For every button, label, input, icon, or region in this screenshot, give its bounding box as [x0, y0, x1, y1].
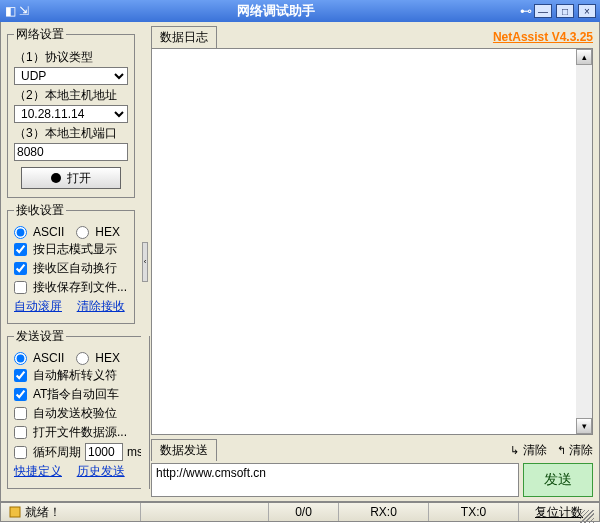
- auto-escape-checkbox[interactable]: [14, 369, 27, 382]
- window-title: 网络调试助手: [32, 2, 520, 20]
- recv-ascii-radio[interactable]: [14, 226, 27, 239]
- title-bar: ◧ ⇲ 网络调试助手 ⊷ — □ ×: [0, 0, 600, 22]
- recv-settings-legend: 接收设置: [14, 202, 66, 219]
- log-tab[interactable]: 数据日志: [151, 26, 217, 48]
- svg-rect-0: [10, 507, 20, 517]
- host-select[interactable]: 10.28.11.14: [14, 105, 128, 123]
- at-echo-checkbox[interactable]: [14, 388, 27, 401]
- send-tab[interactable]: 数据发送: [151, 439, 217, 461]
- protocol-select[interactable]: UDP: [14, 67, 128, 85]
- splitter[interactable]: ‹: [141, 22, 149, 501]
- scroll-down-icon[interactable]: ▾: [576, 418, 592, 434]
- send-hex-radio[interactable]: [76, 352, 89, 365]
- recv-hex-radio[interactable]: [76, 226, 89, 239]
- status-counter: 0/0: [269, 503, 339, 521]
- status-ready-icon: [9, 506, 21, 518]
- send-button[interactable]: 发送: [523, 463, 593, 497]
- recv-settings-group: 接收设置 ASCII HEX 按日志模式显示 接收区自动换行 接收保存到文件..…: [7, 202, 135, 324]
- status-bar: 就绪！ 0/0 RX:0 TX:0 复位计数: [0, 502, 600, 522]
- minimize-button[interactable]: —: [534, 4, 552, 18]
- cycle-checkbox[interactable]: [14, 446, 27, 459]
- arrow-up-icon: ↰: [557, 444, 566, 456]
- open-button-label: 打开: [67, 170, 91, 187]
- sysmenu-icon[interactable]: ◧: [4, 5, 16, 17]
- auto-scroll-link[interactable]: 自动滚屏: [14, 298, 62, 315]
- cycle-input[interactable]: [85, 443, 123, 461]
- port-input[interactable]: [14, 143, 128, 161]
- open-file-src-checkbox[interactable]: [14, 426, 27, 439]
- open-button[interactable]: 打开: [21, 167, 121, 189]
- clear-left-button[interactable]: ↳ 清除: [510, 442, 546, 459]
- pin-icon[interactable]: ⇲: [18, 5, 30, 17]
- log-textarea[interactable]: ▴ ▾: [151, 48, 593, 435]
- send-settings-legend: 发送设置: [14, 328, 66, 345]
- status-tx: TX:0: [429, 503, 519, 521]
- port-label: （3）本地主机端口: [14, 125, 128, 142]
- shortcut-link[interactable]: 快捷定义: [14, 463, 62, 480]
- arrow-down-icon: ↳: [510, 444, 519, 456]
- send-textarea[interactable]: http://www.cmsoft.cn: [151, 463, 519, 497]
- send-ascii-radio[interactable]: [14, 352, 27, 365]
- host-label: （2）本地主机地址: [14, 87, 128, 104]
- net-settings-legend: 网络设置: [14, 26, 66, 43]
- status-ready: 就绪！: [25, 504, 61, 521]
- version-link[interactable]: NetAssist V4.3.25: [493, 30, 593, 44]
- auto-checksum-checkbox[interactable]: [14, 407, 27, 420]
- maximize-button[interactable]: □: [556, 4, 574, 18]
- clear-right-button[interactable]: ↰ 清除: [557, 442, 593, 459]
- log-mode-checkbox[interactable]: [14, 243, 27, 256]
- scrollbar[interactable]: ▴ ▾: [576, 49, 592, 434]
- protocol-label: （1）协议类型: [14, 49, 128, 66]
- splitter-handle-icon: ‹: [142, 242, 148, 282]
- right-panel: 数据日志 NetAssist V4.3.25 ▴ ▾ 数据发送 ↳ 清除 ↰ 清…: [149, 22, 599, 501]
- sticky-icon[interactable]: ⊷: [520, 5, 532, 17]
- net-settings-group: 网络设置 （1）协议类型 UDP （2）本地主机地址 10.28.11.14 （…: [7, 26, 135, 198]
- resize-grip-icon[interactable]: [580, 510, 594, 523]
- auto-wrap-checkbox[interactable]: [14, 262, 27, 275]
- status-dot-icon: [51, 173, 61, 183]
- status-rx: RX:0: [339, 503, 429, 521]
- save-file-checkbox[interactable]: [14, 281, 27, 294]
- clear-recv-link[interactable]: 清除接收: [77, 298, 125, 315]
- left-panel: 网络设置 （1）协议类型 UDP （2）本地主机地址 10.28.11.14 （…: [1, 22, 141, 501]
- close-button[interactable]: ×: [578, 4, 596, 18]
- send-settings-group: 发送设置 ASCII HEX 自动解析转义符 AT指令自动回车 自动发送校验位 …: [7, 328, 150, 489]
- history-link[interactable]: 历史发送: [77, 463, 125, 480]
- scroll-up-icon[interactable]: ▴: [576, 49, 592, 65]
